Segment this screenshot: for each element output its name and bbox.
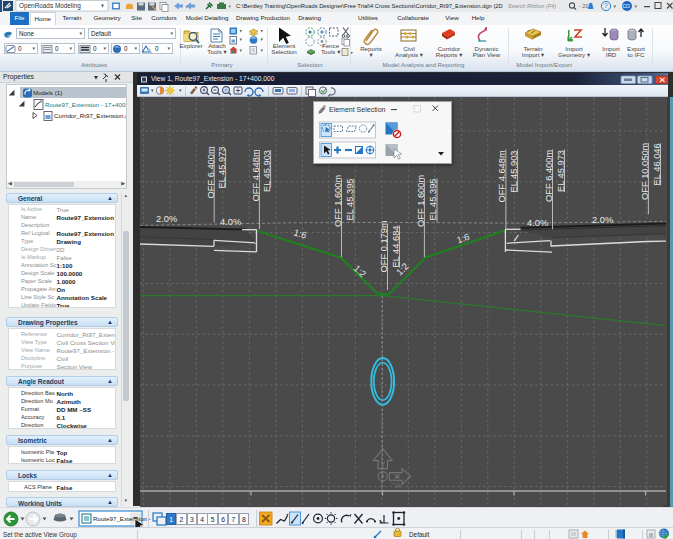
svg-text:2.0%: 2.0% xyxy=(592,215,613,225)
svg-text:EL 46.046: EL 46.046 xyxy=(652,143,662,185)
svg-text:EL 44.684: EL 44.684 xyxy=(391,225,401,267)
svg-text:CO: CO xyxy=(623,3,631,9)
svg-text:OFF 6.400m: OFF 6.400m xyxy=(206,146,216,198)
svg-text:EL 45.395: EL 45.395 xyxy=(345,178,355,220)
svg-text:Element Selection: Element Selection xyxy=(329,106,386,113)
svg-text:EL 45.395: EL 45.395 xyxy=(428,178,438,220)
svg-text:EL 45.903: EL 45.903 xyxy=(509,150,519,192)
svg-text:OFF 1.600m: OFF 1.600m xyxy=(416,175,426,227)
svg-text:?: ? xyxy=(604,2,608,9)
svg-text:EL 45.903: EL 45.903 xyxy=(262,150,272,192)
svg-text:- 20: - 20 xyxy=(579,3,588,9)
svg-text:OFF 4.648m: OFF 4.648m xyxy=(251,149,261,201)
svg-text:OFF 10.050m: OFF 10.050m xyxy=(640,142,650,200)
svg-text:OFF 6.400m: OFF 6.400m xyxy=(544,150,554,202)
svg-text:OFF 4.648m: OFF 4.648m xyxy=(497,150,507,202)
svg-text:EL 45.973: EL 45.973 xyxy=(217,146,227,188)
svg-text:EL 45.973: EL 45.973 xyxy=(556,150,566,192)
svg-text:4.0%: 4.0% xyxy=(220,217,241,227)
svg-text:OFF 1.600m: OFF 1.600m xyxy=(333,175,343,227)
svg-text:2.0%: 2.0% xyxy=(156,214,177,224)
svg-text:1:6: 1:6 xyxy=(292,227,307,240)
svg-text:OFF 0.179m: OFF 0.179m xyxy=(379,220,389,272)
svg-text:Route97_Extension -: Route97_Extension - xyxy=(93,515,151,522)
svg-text:Default: Default xyxy=(409,531,429,538)
svg-text:4.0%: 4.0% xyxy=(527,218,548,228)
svg-text:1:2: 1:2 xyxy=(352,263,368,279)
